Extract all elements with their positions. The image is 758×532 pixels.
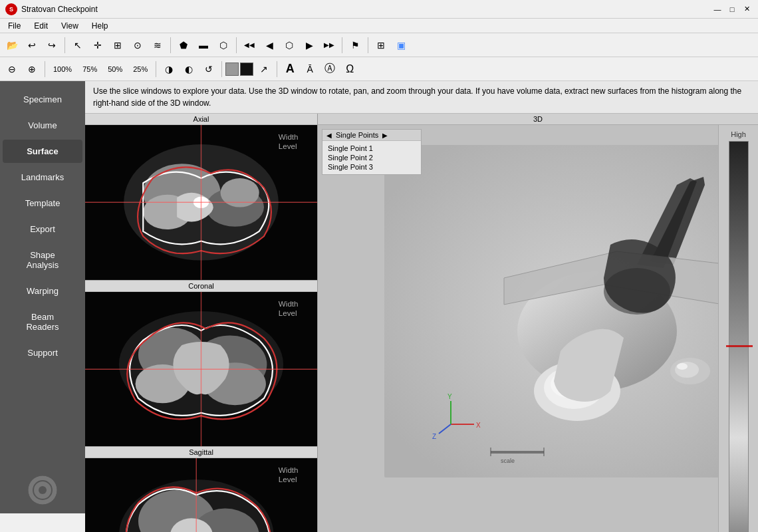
sun-minus-button[interactable]: ⊖ [3, 60, 21, 78]
blob-button[interactable]: ⬡ [280, 36, 299, 55]
sidebar-item-support[interactable]: Support [3, 341, 82, 364]
hist-high-label: High [731, 130, 746, 138]
main-area: Specimen Volume Surface Landmarks Templa… [0, 81, 758, 513]
titlebar-controls: — □ ✕ [711, 3, 753, 15]
zoom-100[interactable]: 100% [49, 63, 76, 75]
hist-slider[interactable] [726, 345, 753, 347]
text-A-inlay-button[interactable]: Ā [301, 60, 319, 78]
svg-text:Width: Width [279, 299, 299, 307]
sidebar: Specimen Volume Surface Landmarks Templa… [0, 81, 85, 513]
flag-button[interactable]: ⚑ [346, 36, 364, 55]
zoom-75[interactable]: 75% [78, 63, 102, 75]
svg-text:scale: scale [501, 458, 515, 464]
sidebar-item-export[interactable]: Export [3, 217, 82, 241]
point-item-1[interactable]: Single Point 1 [328, 144, 416, 153]
svg-text:Width: Width [279, 466, 299, 474]
shape2-tool[interactable]: ▬ [194, 36, 213, 55]
zoom-25[interactable]: 25% [128, 63, 152, 75]
3d-panel-content[interactable]: ◀ Single Points ▶ Single Point 1 Single … [318, 125, 758, 532]
infobar-text: Use the slice windows to explore your da… [93, 86, 741, 108]
menu-file[interactable]: File [3, 20, 26, 32]
sidebar-logo-svg [26, 473, 59, 507]
titlebar-left: S Stratovan Checkpoint [5, 3, 98, 15]
axial-panel: Axial [85, 114, 317, 281]
slices-panel: Axial [85, 114, 318, 532]
brightness-button[interactable]: ◐ [180, 60, 198, 78]
sidebar-item-surface[interactable]: Surface [3, 140, 82, 163]
cursor-tool[interactable]: ↖ [68, 36, 87, 55]
sidebar-item-landmarks[interactable]: Landmarks [3, 166, 82, 189]
crosshair-tool[interactable]: ✛ [88, 36, 107, 55]
svg-point-43 [677, 363, 688, 370]
svg-text:Level: Level [279, 475, 297, 484]
axial-view[interactable]: Width Level [85, 125, 317, 280]
forward-button[interactable]: ▶ [300, 36, 318, 55]
points-nav-right[interactable]: ▶ [381, 132, 389, 139]
back-button[interactable]: ◀ [260, 36, 279, 55]
spinner-button[interactable]: ↺ [199, 60, 218, 78]
menu-view[interactable]: View [56, 20, 84, 32]
sidebar-item-warping[interactable]: Warping [3, 279, 82, 303]
menu-edit[interactable]: Edit [29, 20, 53, 32]
toolbar2: ⊖ ⊕ 100% 75% 50% 25% ◑ ◐ ↺ ↗ A Ā Ⓐ Ω [0, 57, 758, 81]
separator5 [368, 37, 368, 53]
sagittal-panel: Sagittal [85, 447, 317, 532]
separator4 [342, 37, 342, 53]
text-A-button[interactable]: A [281, 60, 299, 78]
sagittal-title: Sagittal [85, 447, 317, 458]
text-circle-button[interactable]: Ⓐ [320, 60, 339, 78]
separator [64, 37, 65, 53]
svg-text:Level: Level [279, 142, 297, 150]
menubar: File Edit View Help [0, 19, 758, 33]
grid-tool[interactable]: ⊞ [108, 36, 127, 55]
sidebar-item-volume[interactable]: Volume [3, 114, 82, 137]
svg-text:X: X [476, 422, 481, 429]
hash-button[interactable]: ⊞ [372, 36, 390, 55]
points-nav-left[interactable]: ◀ [325, 132, 333, 139]
points-panel: ◀ Single Points ▶ Single Point 1 Single … [322, 129, 422, 175]
point-item-2[interactable]: Single Point 2 [328, 153, 416, 162]
skip-back-button[interactable]: ◀◀ [240, 36, 259, 55]
omega-button[interactable]: Ω [340, 60, 359, 78]
sidebar-item-template[interactable]: Template [3, 192, 82, 215]
svg-point-2 [39, 486, 47, 494]
close-button[interactable]: ✕ [741, 3, 753, 15]
sidebar-logo [0, 467, 85, 513]
cube-button[interactable]: ▣ [392, 36, 410, 55]
color-swatch-black[interactable] [240, 63, 253, 76]
color-swatch-gray[interactable] [225, 63, 239, 76]
hist-bar[interactable] [729, 141, 749, 532]
shape1-tool[interactable]: ⬟ [174, 36, 193, 55]
menu-help[interactable]: Help [86, 20, 114, 32]
panels-area: Axial [85, 114, 758, 532]
lasso-tool[interactable]: ⊙ [128, 36, 147, 55]
3d-panel: 3D ◀ Single Points ▶ Single Point 1 Sing… [318, 114, 758, 532]
pointer-button[interactable]: ↗ [255, 60, 273, 78]
titlebar: S Stratovan Checkpoint — □ ✕ [0, 0, 758, 19]
maximize-button[interactable]: □ [726, 3, 738, 15]
point-item-3[interactable]: Single Point 3 [328, 162, 416, 172]
sidebar-item-specimen[interactable]: Specimen [3, 88, 82, 111]
coronal-title: Coronal [85, 281, 317, 292]
infobar: Use the slice windows to explore your da… [85, 81, 758, 114]
sidebar-item-shape-analysis[interactable]: ShapeAnalysis [3, 243, 82, 277]
coronal-view[interactable]: Width Level [85, 292, 317, 447]
brush-tool[interactable]: ≋ [148, 36, 167, 55]
3d-panel-title: 3D [318, 114, 758, 125]
sagittal-view[interactable]: Width Level [85, 458, 317, 532]
sagittal-svg: Width Level [85, 458, 317, 532]
app-title: Stratovan Checkpoint [21, 5, 98, 14]
app-logo-text: S [9, 6, 13, 13]
minimize-button[interactable]: — [711, 3, 723, 15]
content-area: Use the slice windows to explore your da… [85, 81, 758, 513]
skip-forward-button[interactable]: ▶▶ [320, 36, 338, 55]
contrast-button[interactable]: ◑ [160, 60, 178, 78]
redo-button[interactable]: ↪ [43, 36, 61, 55]
undo-button[interactable]: ↩ [23, 36, 41, 55]
shape3-tool[interactable]: ⬡ [214, 36, 233, 55]
open-button[interactable]: 📂 [3, 36, 21, 55]
sidebar-item-beam-readers[interactable]: BeamReaders [3, 305, 82, 338]
zoom-50[interactable]: 50% [103, 63, 127, 75]
sun-plus-button[interactable]: ⊕ [23, 60, 41, 78]
svg-text:Width: Width [279, 132, 299, 141]
